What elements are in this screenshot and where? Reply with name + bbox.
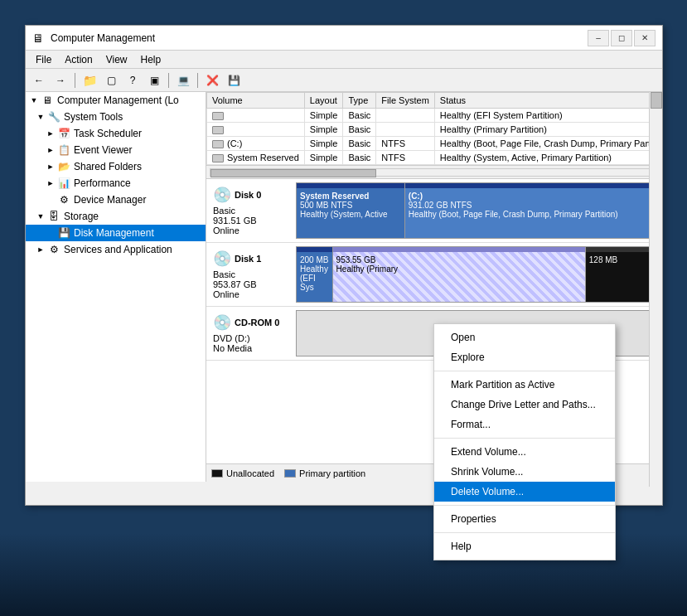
sidebar-label-performance: Performance [74, 177, 131, 189]
sidebar-root[interactable]: ▼ 🖥 Computer Management (Lo [26, 92, 206, 109]
ctx-separator-3 [434, 505, 615, 506]
col-layout[interactable]: Layout [304, 93, 343, 109]
close-button[interactable]: ✕ [634, 30, 656, 46]
performance-icon: 📊 [57, 177, 70, 190]
table-row[interactable]: (C:) Simple Basic NTFS Healthy (Boot, Pa… [207, 137, 663, 151]
expand-icon-services: ► [36, 245, 46, 255]
sidebar-item-disk-management[interactable]: 💾 Disk Management [26, 225, 206, 241]
up-button[interactable]: 📁 [80, 71, 99, 90]
folder-icon: 📂 [57, 160, 70, 173]
back-button[interactable]: ← [29, 71, 49, 90]
storage-icon: 🗄 [47, 210, 60, 223]
partition-0-1[interactable]: (C:) 931.02 GB NTFS Healthy (Boot, Page … [405, 183, 658, 238]
ctx-properties[interactable]: Properties [434, 509, 615, 529]
ctx-explore[interactable]: Explore [434, 347, 615, 367]
computer-button[interactable]: 💻 [173, 71, 193, 90]
col-type[interactable]: Type [343, 93, 376, 109]
menu-view[interactable]: View [99, 52, 134, 67]
help-button[interactable]: ? [123, 71, 143, 90]
cell-volume-2: (C:) [207, 137, 305, 151]
legend-label-primary: Primary partition [299, 468, 365, 478]
part-size-0-1: 931.02 GB NTFS [409, 201, 655, 210]
legend-box-unallocated [211, 469, 223, 478]
ctx-format[interactable]: Format... [434, 415, 615, 434]
disk-status-0: Online [213, 226, 289, 235]
cell-status-2: Healthy (Boot, Page File, Crash Dump, Pr… [434, 137, 662, 151]
window-title: Computer Management [51, 32, 588, 44]
sidebar-root-label: Computer Management (Lo [57, 95, 179, 106]
partition-1-0[interactable]: 200 MB Healthy (EFI Sys [297, 247, 333, 302]
new-window-button[interactable]: ▣ [144, 71, 164, 90]
sidebar-item-performance[interactable]: ► 📊 Performance [26, 175, 206, 192]
menu-file[interactable]: File [29, 52, 58, 67]
partition-1-2[interactable]: 128 MB [586, 247, 658, 302]
partition-0-0[interactable]: System Reserved 500 MB NTFS Healthy (Sys… [297, 183, 405, 238]
col-volume[interactable]: Volume [207, 93, 305, 109]
expand-icon-shared-folders: ► [46, 162, 56, 172]
vertical-scrollbar[interactable] [649, 92, 662, 487]
menu-bar: File Action View Help [26, 51, 662, 69]
sidebar-item-shared-folders[interactable]: ► 📂 Shared Folders [26, 158, 206, 175]
export-button[interactable]: 💾 [224, 71, 244, 90]
cell-layout-1: Simple [304, 123, 343, 137]
ctx-delete[interactable]: Delete Volume... [434, 482, 615, 502]
table-row[interactable]: Simple Basic Healthy (Primary Partition) [207, 123, 663, 137]
disk-name-1: Disk 1 [235, 254, 261, 264]
menu-help[interactable]: Help [134, 52, 168, 67]
ctx-change-drive[interactable]: Change Drive Letter and Paths... [434, 395, 615, 415]
sidebar-label-device-manager: Device Manager [74, 194, 146, 206]
toolbar-separator-2 [168, 73, 169, 88]
disk-partitions-0: System Reserved 500 MB NTFS Healthy (Sys… [296, 182, 659, 239]
ctx-mark-active[interactable]: Mark Partition as Active [434, 375, 615, 395]
horizontal-scrollbar[interactable] [206, 166, 662, 179]
cell-volume-0 [207, 109, 305, 123]
sidebar-item-task-scheduler[interactable]: ► 📅 Task Scheduler [26, 125, 206, 142]
cell-status-0: Healthy (EFI System Partition) [434, 109, 662, 123]
cell-fs-3: NTFS [376, 151, 434, 165]
toolbar: ← → 📁 ▢ ? ▣ 💻 ❌ 💾 [26, 69, 662, 92]
sidebar-label-event-viewer: Event Viewer [74, 144, 132, 156]
expand-icon-storage: ▼ [36, 211, 46, 221]
menu-action[interactable]: Action [58, 52, 99, 67]
cell-fs-2: NTFS [376, 137, 434, 151]
table-row[interactable]: System Reserved Simple Basic NTFS Health… [207, 151, 663, 165]
legend-label-unallocated: Unallocated [226, 468, 274, 478]
disk-info-cdrom: 💿 CD-ROM 0 DVD (D:) No Media [210, 310, 293, 357]
table-row[interactable]: Simple Basic Healthy (EFI System Partiti… [207, 109, 663, 123]
part-size-1-0: 200 MB [300, 255, 329, 264]
maximize-button[interactable]: ◻ [611, 30, 632, 46]
ctx-help[interactable]: Help [434, 536, 615, 556]
services-icon: ⚙ [47, 243, 60, 256]
sidebar-item-event-viewer[interactable]: ► 📋 Event Viewer [26, 142, 206, 158]
window-controls: – ◻ ✕ [588, 30, 656, 46]
show-hide-button[interactable]: ▢ [101, 71, 121, 90]
disk-type-cdrom: DVD (D:) [213, 333, 289, 343]
part-size-1-2: 128 MB [589, 255, 655, 264]
disk-row-0: 💿 Disk 0 Basic 931.51 GB Online System R… [206, 179, 662, 243]
sidebar-item-storage[interactable]: ▼ 🗄 Storage [26, 208, 206, 225]
volume-table: Volume Layout Type File System Status Si… [206, 92, 662, 165]
forward-button[interactable]: → [51, 71, 70, 90]
ctx-shrink[interactable]: Shrink Volume... [434, 462, 615, 482]
computer-icon: 🖥 [41, 94, 54, 107]
partition-1-1[interactable]: 953.55 GB Healthy (Primary [333, 247, 586, 302]
expand-icon-event-viewer: ► [46, 145, 56, 155]
disk-status-cdrom: No Media [213, 343, 289, 353]
ctx-extend[interactable]: Extend Volume... [434, 442, 615, 462]
col-status[interactable]: Status [434, 93, 662, 109]
ctx-open[interactable]: Open [434, 327, 615, 347]
col-fs[interactable]: File System [376, 93, 434, 109]
sidebar-item-device-manager[interactable]: ⚙ Device Manager [26, 192, 206, 208]
volume-table-area: Volume Layout Type File System Status Si… [206, 92, 662, 166]
sidebar-item-system-tools[interactable]: ▼ 🔧 System Tools [26, 109, 206, 125]
sidebar-label-disk-management: Disk Management [74, 227, 154, 239]
title-bar: 🖥 Computer Management – ◻ ✕ [26, 26, 662, 51]
disk-mgmt-icon: 💾 [57, 226, 70, 240]
cell-fs-0 [376, 109, 434, 123]
sidebar-item-services[interactable]: ► ⚙ Services and Application [26, 241, 206, 258]
minimize-button[interactable]: – [588, 30, 609, 46]
ctx-separator-2 [434, 438, 615, 439]
delete-button[interactable]: ❌ [202, 71, 222, 90]
part-name-0-1: (C:) [409, 192, 655, 201]
expand-icon-system-tools: ▼ [36, 112, 46, 122]
